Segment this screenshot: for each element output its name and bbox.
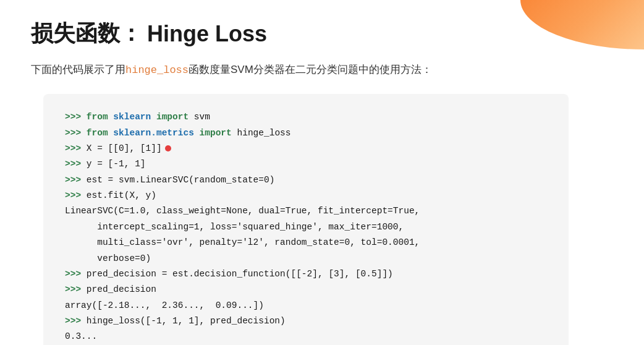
module-sklearn-2: sklearn.metrics xyxy=(113,128,194,138)
title-english: Hinge Loss xyxy=(147,21,267,47)
kw-from-1: from xyxy=(87,112,108,122)
module-sklearn-1: sklearn xyxy=(113,112,151,122)
title-chinese: 损失函数： xyxy=(31,19,142,49)
output-verbose: verbose=0) xyxy=(65,253,151,263)
code-pred: pred_decision = est.decision_function([[… xyxy=(87,269,393,279)
red-dot-indicator xyxy=(165,145,171,151)
kw-from-2: from xyxy=(87,128,108,138)
code-pred-show: pred_decision xyxy=(87,284,156,294)
prompt-6: >>> xyxy=(65,190,87,200)
code-x: X = [[0], [1]] xyxy=(87,143,162,153)
output-multiclass: multi_class='ovr', penalty='l2', random_… xyxy=(65,237,420,247)
description-suffix: 函数度量SVM分类器在二元分类问题中的使用方法： xyxy=(189,64,432,75)
prompt-5: >>> xyxy=(65,175,87,185)
prompt-1: >>> xyxy=(65,112,87,122)
description-prefix: 下面的代码展示了用 xyxy=(31,64,125,75)
output-array: array([-2.18..., 2.36..., 0.09...]) xyxy=(65,300,264,310)
prompt-2: >>> xyxy=(65,128,87,138)
code-block: >>> from sklearn import svm >>> from skl… xyxy=(65,109,547,345)
prompt-4: >>> xyxy=(65,159,87,169)
output-intercept: intercept_scaling=1, loss='squared_hinge… xyxy=(65,222,404,232)
description: 下面的代码展示了用hinge_loss函数度量SVM分类器在二元分类问题中的使用… xyxy=(31,61,613,79)
code-y: y = [-1, 1] xyxy=(87,159,146,169)
code-est: est = svm.LinearSVC(random_state=0) xyxy=(87,175,275,185)
prompt-3: >>> xyxy=(65,143,87,153)
prompt-7: >>> xyxy=(65,269,87,279)
prompt-9: >>> xyxy=(65,316,87,326)
page-title: 损失函数： Hinge Loss xyxy=(31,19,613,49)
code-hinge: hinge_loss([-1, 1, 1], pred_decision) xyxy=(87,316,286,326)
description-code: hinge_loss xyxy=(125,64,189,76)
prompt-8: >>> xyxy=(65,284,87,294)
code-fit: est.fit(X, y) xyxy=(87,190,156,200)
code-block-wrapper: >>> from sklearn import svm >>> from skl… xyxy=(43,94,569,345)
kw-import-1: import xyxy=(156,112,189,122)
page-container: 损失函数： Hinge Loss 下面的代码展示了用hinge_loss函数度量… xyxy=(0,0,644,345)
output-result: 0.3... xyxy=(65,331,97,341)
output-linearsvc: LinearSVC(C=1.0, class_weight=None, dual… xyxy=(65,206,420,216)
kw-import-2: import xyxy=(200,128,232,138)
